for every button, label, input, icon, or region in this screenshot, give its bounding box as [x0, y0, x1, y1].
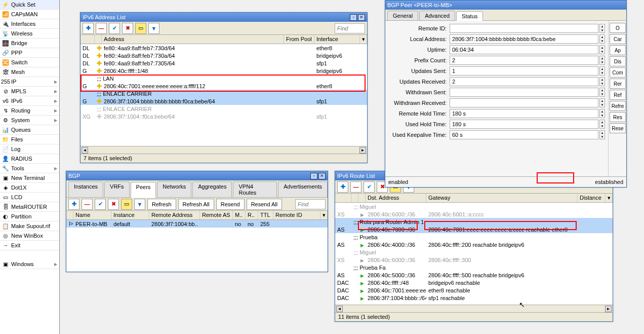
table-row[interactable]: 🏳PEER-to-MBdefault2806:3f7:1004:bb..nono… — [66, 220, 328, 228]
grid-header[interactable]: Address From Pool Interface ▾ — [80, 35, 367, 44]
side-button[interactable]: O — [610, 23, 626, 33]
sidebar-item[interactable]: ⊘MPLS▶ — [0, 87, 59, 96]
spinner[interactable]: ▲▼ — [599, 56, 605, 65]
window-titlebar[interactable]: BGP ▫ ✕ — [66, 171, 328, 180]
spinner[interactable]: ▲▼ — [599, 98, 605, 107]
table-row[interactable]: AS▶2806:40c:4000::/362806:40c:ffff::200 … — [335, 241, 613, 248]
spinner[interactable]: ▲▼ — [599, 45, 605, 54]
remove-button[interactable]: — — [350, 181, 361, 193]
minimize-icon[interactable]: ▫ — [350, 14, 357, 21]
add-button[interactable]: ✚ — [337, 181, 348, 193]
find-input[interactable] — [295, 199, 326, 209]
table-row[interactable]: DL✚fe80::4aa9:8aff:feb7:730d/64ether8 — [80, 44, 367, 52]
side-button[interactable]: Car — [610, 34, 626, 44]
sidebar-item[interactable]: 🔧Tools▶ — [0, 164, 59, 173]
table-row[interactable]: ;;; Prueba Fa — [335, 264, 613, 271]
table-row[interactable]: DAC▶2806:40c:ffff::/48bridgeipv6 reachab… — [335, 279, 613, 286]
spinner[interactable]: ▲▼ — [599, 109, 605, 118]
sidebar-item[interactable]: →Exit — [0, 241, 59, 250]
sidebar-item[interactable]: 255IP▶ — [0, 77, 59, 87]
refresh-all-button[interactable]: Refresh All — [178, 199, 214, 210]
table-row[interactable]: ;;; Miguel — [335, 248, 613, 256]
table-row[interactable]: G✚2806:40c:ffff::1/48bridgeipv6 — [80, 67, 367, 75]
close-icon[interactable]: ✕ — [358, 14, 365, 21]
tab[interactable]: Instances — [68, 181, 103, 197]
side-button[interactable]: Res — [610, 112, 626, 122]
window-titlebar[interactable]: BGP Peer <PEER-to-MB> — [385, 1, 626, 10]
tab[interactable]: General — [387, 11, 418, 20]
filter-button[interactable]: ▼ — [148, 23, 159, 34]
sidebar-item[interactable]: 📄Log — [0, 144, 59, 154]
add-button[interactable]: ✚ — [68, 199, 79, 210]
sidebar-item-windows[interactable]: ▣ Windows ▶ — [0, 259, 59, 269]
enable-button[interactable]: ✔ — [364, 181, 375, 193]
grid-header[interactable]: Name Instance Remote Address Remote AS M… — [66, 211, 328, 220]
spinner[interactable]: ▲▼ — [599, 24, 605, 33]
spinner[interactable]: ▲▼ — [599, 130, 605, 139]
grid-header[interactable]: Dst. Address Gateway Distance ▾ — [335, 194, 613, 203]
table-row[interactable]: DL✚fe80::4aa9:8aff:feb7:7305/64sfp1 — [80, 59, 367, 67]
spinner[interactable]: ▲▼ — [599, 77, 605, 86]
resend-all-button[interactable]: Resend All — [247, 199, 283, 210]
sidebar-item[interactable]: 🌉Bridge — [0, 39, 59, 48]
side-button[interactable]: Rese — [610, 123, 626, 133]
table-row[interactable]: XS▶2806:40c:6000::/362806:40c:6001::a:cc… — [335, 210, 613, 218]
sidebar-item[interactable]: 🔌Interfaces — [0, 19, 59, 29]
hscrollbar[interactable]: ◄► — [335, 305, 613, 312]
disable-button[interactable]: ✖ — [108, 199, 119, 210]
side-button[interactable]: Ref — [610, 90, 626, 100]
table-row[interactable]: DAC▶2806:40c:7001:eeee:eee..ether8 reach… — [335, 286, 613, 294]
routes-grid[interactable]: Dst. Address Gateway Distance ▾ ;;; Migu… — [335, 194, 613, 305]
window-titlebar[interactable]: IPv6 Address List ▫ ✕ — [80, 13, 367, 22]
disable-button[interactable]: ✖ — [122, 23, 133, 34]
side-button[interactable]: Ap — [610, 45, 626, 55]
sidebar-item[interactable]: ▭LCD — [0, 193, 59, 202]
sidebar-item[interactable]: ⚙System▶ — [0, 116, 59, 125]
sidebar-item[interactable]: 📁Files — [0, 135, 59, 144]
table-row[interactable]: DL✚fe80::4aa9:8aff:feb7:730a/64bridgeipv… — [80, 52, 367, 59]
side-button[interactable]: Refre — [610, 101, 626, 111]
comment-button[interactable]: ▭ — [121, 199, 132, 210]
spinner[interactable]: ▲▼ — [599, 120, 605, 129]
tab[interactable]: Advanced — [419, 11, 455, 20]
sidebar-item[interactable]: 🗄MetaROUTER — [0, 202, 59, 212]
spinner[interactable]: ▲▼ — [599, 66, 605, 76]
table-row[interactable]: AS▶2806:40c:7000::/362806:40c:7001:eeee:… — [335, 226, 613, 233]
table-row[interactable]: ;;; Prueba — [335, 233, 613, 241]
minimize-icon[interactable]: ▫ — [310, 173, 317, 179]
table-row[interactable]: ;;; ENLACE CARRIER — [80, 90, 367, 97]
sidebar-item[interactable]: 📡Wireless — [0, 29, 59, 39]
address-grid[interactable]: Address From Pool Interface ▾ DL✚fe80::4… — [80, 35, 367, 146]
sidebar-item[interactable]: 📋Make Supout.rif — [0, 221, 59, 231]
sidebar-item[interactable]: ▣New Terminal — [0, 173, 59, 183]
find-input[interactable] — [335, 23, 365, 33]
sidebar-item[interactable]: 🕸Mesh — [0, 67, 59, 77]
spinner[interactable]: ▲▼ — [599, 34, 605, 44]
sidebar-item[interactable]: 📊Queues — [0, 125, 59, 135]
table-row[interactable]: XS▶2806:40c:6000::/362806:40c:ffff::300 — [335, 256, 613, 264]
tab[interactable]: Aggregates — [192, 181, 232, 197]
sidebar-item[interactable]: 📶CAPsMAN — [0, 10, 59, 19]
tab[interactable]: Networks — [157, 181, 191, 197]
spinner[interactable]: ▲▼ — [599, 88, 605, 97]
sidebar-item[interactable]: ⚡Quick Set — [0, 0, 59, 10]
tab[interactable]: Peers — [131, 182, 156, 198]
filter-button[interactable]: ▼ — [134, 199, 145, 210]
sidebar-item[interactable]: ◈Dot1X — [0, 183, 59, 193]
side-button[interactable]: Com — [610, 67, 626, 78]
table-row[interactable]: G✚2806:3f7:1004:bbbb:bbbb:bbbb:f0ca:bebe… — [80, 97, 367, 105]
sidebar-item[interactable]: 🔀Switch — [0, 58, 59, 67]
table-row[interactable]: XG✚2806:3f7:1004::f0ca:bebe/64sfp1 — [80, 113, 367, 120]
remove-button[interactable]: — — [82, 199, 93, 210]
tab[interactable]: VPN4 Routes — [233, 181, 277, 197]
table-row[interactable]: DAC▶2806:3f7:1004:bbbb::/64sfp1 reachabl… — [335, 294, 613, 302]
enable-button[interactable]: ✔ — [95, 199, 106, 210]
sidebar-item[interactable]: ◐Partition — [0, 212, 59, 221]
sidebar-item[interactable]: ◎New WinBox — [0, 231, 59, 241]
table-row[interactable]: ;;; ENLACE CARRIER — [80, 105, 367, 113]
comment-button[interactable]: ▭ — [135, 23, 146, 34]
enable-button[interactable]: ✔ — [109, 23, 120, 34]
remove-button[interactable]: — — [96, 23, 107, 34]
sidebar-item[interactable]: 👤RADIUS — [0, 154, 59, 164]
refresh-button[interactable]: Refresh — [147, 199, 176, 210]
